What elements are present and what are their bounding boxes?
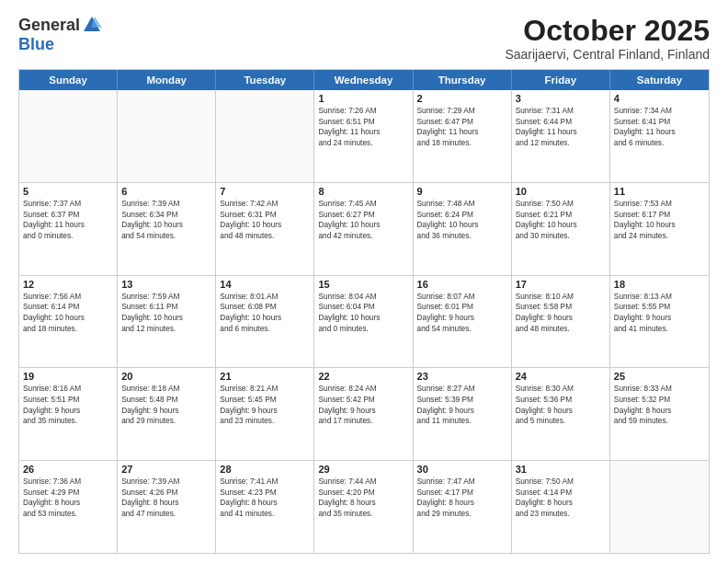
day-number-31: 31 (516, 464, 606, 475)
day-number-28: 28 (220, 464, 310, 475)
day-number-1: 1 (318, 93, 408, 104)
day-number-8: 8 (318, 186, 408, 197)
day-number-24: 24 (516, 371, 606, 382)
calendar-row-2: 12Sunrise: 7:56 AM Sunset: 6:14 PM Dayli… (19, 275, 709, 368)
cell-info-9: Sunrise: 7:48 AM Sunset: 6:24 PM Dayligh… (417, 199, 507, 241)
calendar-cell-day-4: 4Sunrise: 7:34 AM Sunset: 6:41 PM Daylig… (610, 90, 709, 182)
cell-info-1: Sunrise: 7:26 AM Sunset: 6:51 PM Dayligh… (318, 106, 408, 148)
day-number-15: 15 (318, 279, 408, 290)
calendar-cell-day-5: 5Sunrise: 7:37 AM Sunset: 6:37 PM Daylig… (19, 183, 118, 275)
header: General Blue October 2025 Saarijaervi, C… (18, 15, 710, 62)
calendar-cell-empty-0-1 (118, 90, 216, 182)
calendar-cell-day-11: 11Sunrise: 7:53 AM Sunset: 6:17 PM Dayli… (610, 183, 709, 275)
calendar-header-row: SundayMondayTuesdayWednesdayThursdayFrid… (19, 70, 709, 90)
calendar-cell-day-29: 29Sunrise: 7:44 AM Sunset: 4:20 PM Dayli… (314, 461, 413, 553)
cell-info-16: Sunrise: 8:07 AM Sunset: 6:01 PM Dayligh… (417, 292, 507, 334)
day-number-22: 22 (318, 371, 408, 382)
calendar-cell-day-21: 21Sunrise: 8:21 AM Sunset: 5:45 PM Dayli… (216, 368, 314, 460)
calendar-cell-day-14: 14Sunrise: 8:01 AM Sunset: 6:08 PM Dayli… (216, 276, 314, 368)
cell-info-19: Sunrise: 8:16 AM Sunset: 5:51 PM Dayligh… (23, 384, 113, 426)
logo-general-text: General (18, 16, 80, 35)
day-number-16: 16 (417, 279, 507, 290)
weekday-header-saturday: Saturday (610, 70, 709, 90)
cell-info-27: Sunrise: 7:39 AM Sunset: 4:26 PM Dayligh… (121, 477, 211, 519)
day-number-17: 17 (516, 279, 606, 290)
month-title: October 2025 (505, 15, 710, 47)
calendar-cell-day-10: 10Sunrise: 7:50 AM Sunset: 6:21 PM Dayli… (512, 183, 610, 275)
calendar-cell-day-8: 8Sunrise: 7:45 AM Sunset: 6:27 PM Daylig… (314, 183, 413, 275)
calendar-row-1: 5Sunrise: 7:37 AM Sunset: 6:37 PM Daylig… (19, 182, 709, 275)
weekday-header-friday: Friday (512, 70, 610, 90)
calendar-row-0: 1Sunrise: 7:26 AM Sunset: 6:51 PM Daylig… (19, 90, 709, 182)
calendar-cell-empty-0-0 (19, 90, 118, 182)
cell-info-24: Sunrise: 8:30 AM Sunset: 5:36 PM Dayligh… (516, 384, 606, 426)
day-number-6: 6 (121, 186, 211, 197)
logo-blue-text: Blue (18, 35, 54, 54)
weekday-header-tuesday: Tuesday (216, 70, 314, 90)
calendar-cell-day-20: 20Sunrise: 8:18 AM Sunset: 5:48 PM Dayli… (118, 368, 216, 460)
calendar-cell-day-31: 31Sunrise: 7:50 AM Sunset: 4:14 PM Dayli… (512, 461, 610, 553)
calendar-cell-day-3: 3Sunrise: 7:31 AM Sunset: 6:44 PM Daylig… (512, 90, 610, 182)
day-number-20: 20 (121, 371, 211, 382)
day-number-18: 18 (614, 279, 705, 290)
calendar-cell-day-23: 23Sunrise: 8:27 AM Sunset: 5:39 PM Dayli… (414, 368, 512, 460)
cell-info-25: Sunrise: 8:33 AM Sunset: 5:32 PM Dayligh… (614, 384, 705, 426)
calendar-cell-day-6: 6Sunrise: 7:39 AM Sunset: 6:34 PM Daylig… (118, 183, 216, 275)
day-number-19: 19 (23, 371, 113, 382)
day-number-30: 30 (417, 464, 507, 475)
cell-info-15: Sunrise: 8:04 AM Sunset: 6:04 PM Dayligh… (318, 292, 408, 334)
day-number-9: 9 (417, 186, 507, 197)
day-number-27: 27 (121, 464, 211, 475)
calendar-cell-day-13: 13Sunrise: 7:59 AM Sunset: 6:11 PM Dayli… (118, 276, 216, 368)
calendar-cell-day-30: 30Sunrise: 7:47 AM Sunset: 4:17 PM Dayli… (414, 461, 512, 553)
day-number-14: 14 (220, 279, 310, 290)
calendar-cell-day-26: 26Sunrise: 7:36 AM Sunset: 4:29 PM Dayli… (19, 461, 118, 553)
cell-info-2: Sunrise: 7:29 AM Sunset: 6:47 PM Dayligh… (417, 106, 507, 148)
cell-info-22: Sunrise: 8:24 AM Sunset: 5:42 PM Dayligh… (318, 384, 408, 426)
calendar-cell-day-17: 17Sunrise: 8:10 AM Sunset: 5:58 PM Dayli… (512, 276, 610, 368)
day-number-26: 26 (23, 464, 113, 475)
calendar-cell-day-24: 24Sunrise: 8:30 AM Sunset: 5:36 PM Dayli… (512, 368, 610, 460)
cell-info-29: Sunrise: 7:44 AM Sunset: 4:20 PM Dayligh… (318, 477, 408, 519)
calendar-body: 1Sunrise: 7:26 AM Sunset: 6:51 PM Daylig… (19, 90, 709, 553)
calendar-cell-day-7: 7Sunrise: 7:42 AM Sunset: 6:31 PM Daylig… (216, 183, 314, 275)
calendar-row-3: 19Sunrise: 8:16 AM Sunset: 5:51 PM Dayli… (19, 367, 709, 460)
cell-info-6: Sunrise: 7:39 AM Sunset: 6:34 PM Dayligh… (121, 199, 211, 241)
calendar-cell-day-18: 18Sunrise: 8:13 AM Sunset: 5:55 PM Dayli… (610, 276, 709, 368)
day-number-13: 13 (121, 279, 211, 290)
calendar-cell-day-27: 27Sunrise: 7:39 AM Sunset: 4:26 PM Dayli… (118, 461, 216, 553)
page: General Blue October 2025 Saarijaervi, C… (0, 0, 728, 563)
day-number-25: 25 (614, 371, 705, 382)
cell-info-28: Sunrise: 7:41 AM Sunset: 4:23 PM Dayligh… (220, 477, 310, 519)
logo-icon (82, 15, 102, 35)
weekday-header-monday: Monday (118, 70, 216, 90)
calendar-cell-day-16: 16Sunrise: 8:07 AM Sunset: 6:01 PM Dayli… (414, 276, 512, 368)
day-number-23: 23 (417, 371, 507, 382)
cell-info-13: Sunrise: 7:59 AM Sunset: 6:11 PM Dayligh… (121, 292, 211, 334)
calendar: SundayMondayTuesdayWednesdayThursdayFrid… (18, 69, 710, 554)
calendar-cell-day-19: 19Sunrise: 8:16 AM Sunset: 5:51 PM Dayli… (19, 368, 118, 460)
day-number-3: 3 (516, 93, 606, 104)
cell-info-3: Sunrise: 7:31 AM Sunset: 6:44 PM Dayligh… (516, 106, 606, 148)
title-block: October 2025 Saarijaervi, Central Finlan… (505, 15, 710, 62)
cell-info-7: Sunrise: 7:42 AM Sunset: 6:31 PM Dayligh… (220, 199, 310, 241)
calendar-cell-day-2: 2Sunrise: 7:29 AM Sunset: 6:47 PM Daylig… (414, 90, 512, 182)
cell-info-8: Sunrise: 7:45 AM Sunset: 6:27 PM Dayligh… (318, 199, 408, 241)
cell-info-20: Sunrise: 8:18 AM Sunset: 5:48 PM Dayligh… (121, 384, 211, 426)
weekday-header-wednesday: Wednesday (314, 70, 413, 90)
cell-info-5: Sunrise: 7:37 AM Sunset: 6:37 PM Dayligh… (23, 199, 113, 241)
day-number-10: 10 (516, 186, 606, 197)
cell-info-21: Sunrise: 8:21 AM Sunset: 5:45 PM Dayligh… (220, 384, 310, 426)
calendar-cell-empty-4-6 (610, 461, 709, 553)
cell-info-26: Sunrise: 7:36 AM Sunset: 4:29 PM Dayligh… (23, 477, 113, 519)
cell-info-14: Sunrise: 8:01 AM Sunset: 6:08 PM Dayligh… (220, 292, 310, 334)
calendar-row-4: 26Sunrise: 7:36 AM Sunset: 4:29 PM Dayli… (19, 460, 709, 553)
location-subtitle: Saarijaervi, Central Finland, Finland (505, 47, 710, 62)
cell-info-23: Sunrise: 8:27 AM Sunset: 5:39 PM Dayligh… (417, 384, 507, 426)
calendar-cell-day-1: 1Sunrise: 7:26 AM Sunset: 6:51 PM Daylig… (314, 90, 413, 182)
cell-info-4: Sunrise: 7:34 AM Sunset: 6:41 PM Dayligh… (614, 106, 705, 148)
cell-info-12: Sunrise: 7:56 AM Sunset: 6:14 PM Dayligh… (23, 292, 113, 334)
calendar-cell-day-28: 28Sunrise: 7:41 AM Sunset: 4:23 PM Dayli… (216, 461, 314, 553)
day-number-21: 21 (220, 371, 310, 382)
weekday-header-thursday: Thursday (414, 70, 512, 90)
